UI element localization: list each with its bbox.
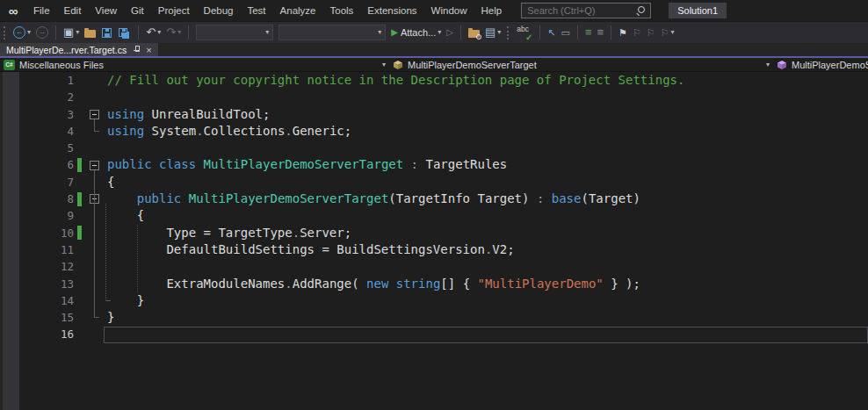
member-dropdown[interactable]: MultiPlayerDemoServerT xyxy=(777,58,868,71)
pin-tab-icon[interactable] xyxy=(133,46,140,54)
run-play-icon: ▶ xyxy=(391,23,398,42)
code-text[interactable]: public class MultiPlayerDemoServerTarget… xyxy=(107,156,507,173)
menu-item-file[interactable]: File xyxy=(26,0,57,21)
clear-bookmarks-button[interactable]: ⚐▾ xyxy=(658,23,677,42)
code-line[interactable]: 14 } xyxy=(0,292,868,309)
chevron-down-icon[interactable]: ▾ xyxy=(157,23,161,42)
code-line[interactable]: 2 xyxy=(0,89,868,105)
redo-button[interactable]: ↷▾ xyxy=(163,23,184,42)
toolbar-separator xyxy=(138,25,139,40)
search-input[interactable] xyxy=(522,5,636,16)
code-text[interactable]: using System.Collections.Generic; xyxy=(107,123,351,140)
code-text[interactable]: // Fill out your copyright notice in the… xyxy=(107,72,684,89)
attach-button[interactable]: ▶Attach...▾ xyxy=(388,23,444,42)
code-line[interactable]: 10 Type = TargetType.Server; xyxy=(0,225,868,241)
new-project-button[interactable]: ▣▾ xyxy=(61,23,82,42)
menu-item-tools[interactable]: Tools xyxy=(322,0,360,21)
line-number: 5 xyxy=(19,140,74,156)
code-line[interactable]: 15} xyxy=(0,309,868,326)
toolbar-grip[interactable] xyxy=(507,26,510,40)
code-line[interactable]: 12 xyxy=(0,258,868,275)
pointer-icon: ↖ xyxy=(547,23,555,42)
menu-item-window[interactable]: Window xyxy=(424,0,474,21)
menu-item-project[interactable]: Project xyxy=(151,0,197,21)
edit-pointer-button[interactable]: ↖ xyxy=(545,23,558,42)
code-text[interactable]: public MultiPlayerDemoServerTarget(Targe… xyxy=(107,191,640,207)
save-all-button[interactable] xyxy=(115,23,134,42)
code-line[interactable]: 6public class MultiPlayerDemoServerTarge… xyxy=(0,156,868,173)
line-number: 12 xyxy=(19,258,74,275)
code-line[interactable]: 8 public MultiPlayerDemoServerTarget(Tar… xyxy=(0,191,868,207)
search-box[interactable] xyxy=(521,3,651,18)
navigate-forward-button[interactable]: → xyxy=(33,23,51,42)
paste-box-button[interactable]: ▭ xyxy=(558,23,572,42)
menu-item-edit[interactable]: Edit xyxy=(57,0,89,21)
menu-item-git[interactable]: Git xyxy=(124,0,151,21)
menu-item-test[interactable]: Test xyxy=(240,0,272,21)
project-scope-dropdown[interactable]: C# Miscellaneous Files ▾ xyxy=(0,58,393,71)
platform-dropdown[interactable]: ▾ xyxy=(278,25,386,40)
undo-button[interactable]: ↶▾ xyxy=(143,23,163,42)
bookmark-outline-icon: ⚐ xyxy=(633,23,641,42)
solution-name-badge[interactable]: Solution1 xyxy=(669,3,727,18)
chevron-down-icon[interactable]: ▾ xyxy=(497,23,501,42)
open-file-button[interactable] xyxy=(82,23,98,42)
toolbar-grip[interactable] xyxy=(4,26,6,40)
navigate-backward-button[interactable]: ←▾ xyxy=(11,23,33,42)
toolbar-separator xyxy=(460,25,461,40)
code-text[interactable]: } xyxy=(107,309,114,326)
code-line[interactable]: 4using System.Collections.Generic; xyxy=(0,123,868,140)
uncomment-lines-button[interactable]: ≡ xyxy=(594,23,606,42)
next-bookmark-button[interactable]: ⚐ xyxy=(644,23,658,42)
code-line[interactable]: 3using UnrealBuildTool; xyxy=(0,106,868,123)
find-in-files-button[interactable] xyxy=(466,23,482,42)
save-button[interactable] xyxy=(98,23,115,42)
search-icon[interactable] xyxy=(636,6,645,15)
toolbar-separator xyxy=(55,25,56,40)
chevron-down-icon[interactable]: ▾ xyxy=(438,23,441,42)
spell-check-button[interactable]: abc✓ xyxy=(514,23,535,42)
toggle-bookmark-button[interactable]: ⚑ xyxy=(616,23,630,42)
code-text[interactable]: { xyxy=(107,207,144,224)
close-tab-icon[interactable]: × xyxy=(146,44,151,56)
code-line[interactable]: 13 ExtraModuleNames.AddRange( new string… xyxy=(0,276,868,292)
menu-item-analyze[interactable]: Analyze xyxy=(273,0,323,21)
code-text[interactable]: ExtraModuleNames.AddRange( new string[] … xyxy=(107,276,640,292)
code-line[interactable]: 5 xyxy=(0,140,868,156)
menu-item-help[interactable]: Help xyxy=(474,0,510,21)
type-dropdown[interactable]: MultiPlayerDemoServerTarget ▾ xyxy=(393,58,777,71)
code-line[interactable]: 7{ xyxy=(0,174,868,191)
new-project-icon: ▣ xyxy=(63,23,74,42)
chevron-down-icon[interactable]: ▾ xyxy=(76,23,79,42)
code-line[interactable]: 9 { xyxy=(0,207,868,224)
solution-navigator-button[interactable]: ▤▾ xyxy=(482,23,503,42)
code-text[interactable]: { xyxy=(107,174,114,191)
start-without-debugging-button[interactable]: ▷ xyxy=(444,23,456,42)
code-text[interactable]: DefaultBuildSettings = BuildSettingsVers… xyxy=(107,241,515,258)
back-arrow-icon: ← xyxy=(13,26,25,39)
code-text[interactable]: } xyxy=(107,292,144,309)
toolbar-separator xyxy=(577,25,578,40)
code-editor[interactable]: 1// Fill out your copyright notice in th… xyxy=(0,72,868,410)
menu-item-debug[interactable]: Debug xyxy=(197,0,241,21)
code-line[interactable]: 1// Fill out your copyright notice in th… xyxy=(0,72,868,89)
chevron-down-icon[interactable]: ▾ xyxy=(382,61,386,68)
menu-item-extensions[interactable]: Extensions xyxy=(360,0,423,21)
chevron-down-icon[interactable]: ▾ xyxy=(27,23,31,42)
code-text[interactable]: Type = TargetType.Server; xyxy=(107,225,351,241)
code-line[interactable]: 11 DefaultBuildSettings = BuildSettingsV… xyxy=(0,241,868,258)
configuration-dropdown[interactable]: ▾ xyxy=(196,25,273,40)
code-line[interactable]: 16 xyxy=(0,326,868,342)
comment-lines-button[interactable]: ≡ xyxy=(582,23,595,42)
redo-icon: ↷ xyxy=(166,23,176,42)
menu-item-view[interactable]: View xyxy=(88,0,124,21)
line-number: 14 xyxy=(19,292,74,309)
find-in-files-icon xyxy=(468,30,480,38)
document-tab[interactable]: MultiPlayerDe...rver.Target.cs × xyxy=(0,43,158,56)
tab-title: MultiPlayerDe...rver.Target.cs xyxy=(6,45,127,55)
chevron-down-icon[interactable]: ▾ xyxy=(671,23,675,42)
prev-bookmark-button[interactable]: ⚐ xyxy=(630,23,644,42)
code-text[interactable]: using UnrealBuildTool; xyxy=(107,106,270,123)
chevron-down-icon[interactable]: ▾ xyxy=(177,23,181,42)
chevron-down-icon[interactable]: ▾ xyxy=(766,61,770,68)
